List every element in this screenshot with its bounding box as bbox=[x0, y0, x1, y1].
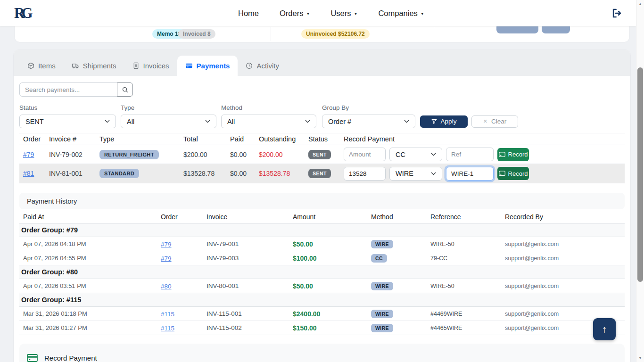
payment-method-select[interactable]: CC bbox=[389, 148, 442, 161]
groupby-select[interactable]: Order # bbox=[322, 115, 415, 128]
col-reference: Reference bbox=[430, 213, 505, 221]
tab-items[interactable]: Items bbox=[19, 56, 64, 76]
clear-button[interactable]: ✕ Clear bbox=[471, 115, 518, 128]
amount-value: $50.00 bbox=[293, 240, 371, 248]
nav-users-label: Users bbox=[330, 9, 351, 18]
nav-orders[interactable]: Orders ▼ bbox=[280, 9, 310, 18]
method-badge: WIRE bbox=[371, 310, 393, 318]
table-row: #81 INV-81-001 STANDARD $13528.78 $0.00 … bbox=[19, 164, 625, 183]
credit-card-icon bbox=[27, 354, 38, 362]
uninvoiced-amount-badge: Uninvoiced $52106.72 bbox=[301, 29, 370, 39]
scrollbar-up-arrow[interactable]: ▲ bbox=[636, 2, 644, 6]
invoice-number: INV-79-001 bbox=[206, 240, 293, 247]
method-badge: WIRE bbox=[371, 282, 393, 290]
payment-method-select[interactable]: WIRE bbox=[389, 167, 442, 181]
amount-value: $150.00 bbox=[293, 324, 371, 332]
recorded-by-value: support@genlix.com bbox=[505, 283, 625, 289]
credit-card-icon bbox=[185, 62, 193, 69]
card-icon bbox=[499, 152, 505, 157]
scroll-to-top-button[interactable]: ↑ bbox=[593, 318, 616, 340]
reference-value: WIRE-50 bbox=[430, 241, 505, 247]
history-row: Mar 31, 2026 01:27 PM #115 INV-115-002 $… bbox=[19, 321, 625, 335]
col-status: Status bbox=[308, 135, 344, 143]
scrollbar-thumb[interactable] bbox=[637, 67, 643, 282]
type-badge: STANDARD bbox=[99, 169, 139, 178]
order-group-header: Order Group: #79 bbox=[19, 223, 625, 237]
payments-panel: Items Shipments Invoices Payments bbox=[13, 49, 631, 362]
amount-input[interactable] bbox=[344, 167, 386, 181]
amount-input[interactable] bbox=[344, 148, 386, 161]
tab-invoices[interactable]: Invoices bbox=[124, 56, 177, 76]
order-group-label: Order Group: #79 bbox=[21, 226, 78, 234]
col-invoice: Invoice # bbox=[49, 135, 99, 143]
arrow-up-icon: ↑ bbox=[602, 323, 607, 336]
amount-value: $100.00 bbox=[293, 255, 371, 262]
status-select[interactable]: SENT bbox=[19, 115, 116, 128]
outstanding-value: $200.00 bbox=[259, 151, 308, 158]
tab-invoices-label: Invoices bbox=[143, 62, 169, 70]
tab-bar: Items Shipments Invoices Payments bbox=[14, 50, 630, 76]
chevron-down-icon: ▼ bbox=[421, 11, 424, 16]
method-select[interactable]: All bbox=[221, 115, 316, 128]
payment-method-value: CC bbox=[396, 151, 405, 158]
filter-row: SENT All All Order # Apply bbox=[19, 115, 625, 128]
chevron-down-icon bbox=[404, 120, 409, 123]
payment-history-section: Payment History Paid At Order Invoice Am… bbox=[19, 193, 625, 335]
method-badge: CC bbox=[371, 254, 387, 263]
record-button[interactable]: Record bbox=[497, 148, 529, 161]
app-logo[interactable]: RG bbox=[14, 5, 30, 22]
type-select[interactable]: All bbox=[121, 115, 216, 128]
apply-button[interactable]: Apply bbox=[420, 115, 468, 128]
logout-button[interactable] bbox=[611, 8, 622, 18]
col-total: Total bbox=[183, 135, 230, 143]
search-input[interactable] bbox=[19, 82, 117, 97]
paid-at: Mar 31, 2026 01:18 PM bbox=[23, 310, 161, 317]
payment-history-title-bar: Payment History bbox=[19, 193, 625, 209]
tab-activity[interactable]: Activity bbox=[238, 56, 287, 76]
nav-menu: Home Orders ▼ Users ▼ Companies ▼ bbox=[238, 0, 424, 26]
tab-items-label: Items bbox=[38, 62, 56, 70]
order-link[interactable]: #79 bbox=[161, 255, 172, 262]
record-button[interactable]: Record bbox=[497, 167, 529, 180]
col-order: Order bbox=[23, 135, 49, 143]
nav-home[interactable]: Home bbox=[238, 9, 259, 18]
paid-value: $0.00 bbox=[230, 151, 259, 158]
groupby-filter-label: Group By bbox=[322, 104, 349, 111]
reference-input-focused[interactable] bbox=[446, 167, 494, 181]
reference-input[interactable] bbox=[446, 148, 494, 161]
order-link[interactable]: #80 bbox=[161, 283, 172, 290]
invoice-number: INV-79-002 bbox=[49, 151, 99, 158]
method-select-value: All bbox=[227, 118, 235, 125]
col-outstanding: Outstanding bbox=[259, 135, 308, 143]
history-row: Apr 07, 2026 04:55 PM #79 INV-79-003 $10… bbox=[19, 251, 625, 265]
order-link[interactable]: #79 bbox=[161, 241, 172, 248]
order-link[interactable]: #79 bbox=[23, 151, 34, 158]
nav-companies[interactable]: Companies ▼ bbox=[378, 9, 424, 18]
record-payment-title: Record Payment bbox=[44, 354, 97, 362]
order-link[interactable]: #115 bbox=[161, 325, 174, 332]
order-group-header: Order Group: #80 bbox=[19, 265, 625, 279]
invoice-number: INV-79-003 bbox=[206, 255, 293, 262]
tab-shipments[interactable]: Shipments bbox=[64, 56, 124, 76]
nav-users[interactable]: Users ▼ bbox=[330, 9, 357, 18]
amount-value: $2400.00 bbox=[293, 310, 371, 318]
order-link[interactable]: #115 bbox=[161, 311, 174, 318]
order-group-header: Order Group: #115 bbox=[19, 293, 625, 307]
scrollbar[interactable]: ▲ ▼ bbox=[636, 0, 644, 362]
top-nav: RG Home Orders ▼ Users ▼ Companies ▼ bbox=[0, 0, 636, 26]
history-table-header: Paid At Order Invoice Amount Method Refe… bbox=[19, 211, 625, 223]
outstanding-value: $13528.78 bbox=[259, 170, 308, 177]
paid-at: Mar 31, 2026 01:27 PM bbox=[23, 324, 161, 331]
recorded-by-value: support@genlix.com bbox=[505, 255, 625, 262]
chevron-down-icon bbox=[105, 120, 110, 123]
recorded-by-value: support@genlix.com bbox=[505, 241, 625, 247]
invoices-table-header: Order Invoice # Type Total Paid Outstand… bbox=[19, 133, 625, 145]
tab-payments[interactable]: Payments bbox=[177, 56, 238, 76]
col-method: Method bbox=[371, 213, 430, 221]
scrollbar-down-arrow[interactable]: ▼ bbox=[636, 356, 644, 360]
invoice-number: INV-81-001 bbox=[49, 170, 99, 177]
card-icon bbox=[499, 171, 505, 176]
record-payment-section-header: Record Payment bbox=[19, 344, 625, 362]
search-button[interactable] bbox=[117, 82, 133, 97]
order-link[interactable]: #81 bbox=[23, 170, 34, 177]
